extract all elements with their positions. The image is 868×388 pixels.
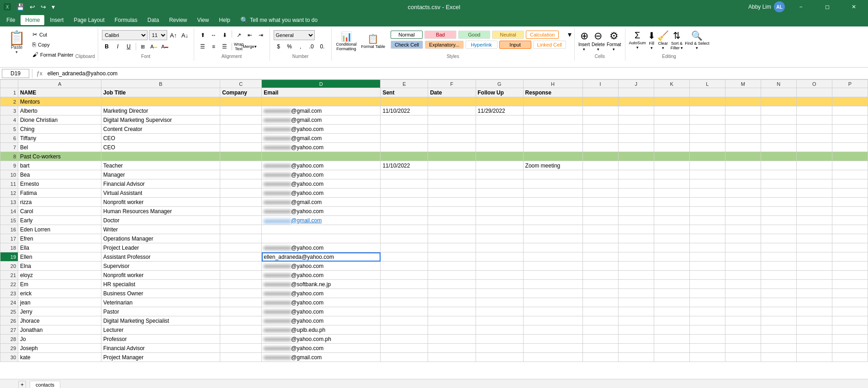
cell-K23[interactable] bbox=[654, 289, 689, 298]
cell-N18[interactable] bbox=[761, 243, 796, 252]
cell-J3[interactable] bbox=[618, 106, 654, 115]
cell-O5[interactable] bbox=[796, 125, 832, 134]
cell-L8[interactable] bbox=[689, 152, 725, 161]
find-select-button[interactable]: 🔍 Find & Select ▾ bbox=[685, 30, 709, 50]
cell-I16[interactable] bbox=[582, 225, 618, 234]
cell-A13[interactable]: rizza bbox=[18, 198, 101, 207]
cell-F29[interactable] bbox=[428, 344, 476, 353]
row-header-23[interactable]: 23 bbox=[0, 289, 18, 298]
cell-I13[interactable] bbox=[582, 198, 618, 207]
cell-J19[interactable] bbox=[618, 252, 654, 262]
cell-L29[interactable] bbox=[689, 344, 725, 353]
align-bottom-button[interactable]: ⬇ bbox=[220, 30, 230, 40]
cell-D9[interactable]: xxxxxxxxxx@yahoo.com bbox=[262, 161, 381, 170]
cell-P19[interactable] bbox=[832, 252, 868, 262]
cell-N11[interactable] bbox=[761, 179, 796, 189]
menu-formulas[interactable]: Formulas bbox=[110, 15, 142, 25]
row-header-29[interactable]: 29 bbox=[0, 344, 18, 353]
cell-O4[interactable] bbox=[796, 115, 832, 125]
cell-J23[interactable] bbox=[618, 289, 654, 298]
cell-K15[interactable] bbox=[654, 216, 689, 225]
menu-insert[interactable]: Insert bbox=[45, 15, 68, 25]
cell-E29[interactable] bbox=[381, 344, 428, 353]
cell-J24[interactable] bbox=[618, 298, 654, 307]
cell-B23[interactable]: Business Owner bbox=[101, 289, 220, 298]
cell-L3[interactable] bbox=[689, 106, 725, 115]
cell-E5[interactable] bbox=[381, 125, 428, 134]
cell-C24[interactable] bbox=[220, 298, 262, 307]
cell-M14[interactable] bbox=[725, 207, 761, 216]
cell-G11[interactable] bbox=[476, 179, 523, 189]
cell-J12[interactable] bbox=[618, 189, 654, 198]
cell-I11[interactable] bbox=[582, 179, 618, 189]
cell-D19[interactable]: ellen_adraneda@yahoo.com bbox=[262, 252, 381, 262]
cell-G29[interactable] bbox=[476, 344, 523, 353]
cell-K17[interactable] bbox=[654, 234, 689, 243]
cell-O16[interactable] bbox=[796, 225, 832, 234]
cell-F1[interactable]: Date bbox=[428, 88, 476, 97]
cell-P1[interactable] bbox=[832, 88, 868, 97]
cell-E1[interactable]: Sent bbox=[381, 88, 428, 97]
cell-O30[interactable] bbox=[796, 353, 832, 362]
cell-D13[interactable]: xxxxxxxxxx@gmail.com bbox=[262, 198, 381, 207]
cell-E13[interactable] bbox=[381, 198, 428, 207]
font-size-select[interactable]: 11 bbox=[149, 30, 167, 40]
cell-F5[interactable] bbox=[428, 125, 476, 134]
cell-D1[interactable]: Email bbox=[262, 88, 381, 97]
cell-C10[interactable] bbox=[220, 170, 262, 179]
cell-A6[interactable]: Tiffany bbox=[18, 134, 101, 143]
cell-G5[interactable] bbox=[476, 125, 523, 134]
cell-J2[interactable] bbox=[618, 97, 654, 106]
cell-M16[interactable] bbox=[725, 225, 761, 234]
cell-O2[interactable] bbox=[796, 97, 832, 106]
cell-E30[interactable] bbox=[381, 353, 428, 362]
col-header-M[interactable]: M bbox=[725, 80, 761, 88]
cell-D24[interactable]: xxxxxxxxxx@yahoo.com bbox=[262, 298, 381, 307]
cell-A14[interactable]: Carol bbox=[18, 207, 101, 216]
cell-H4[interactable] bbox=[523, 115, 582, 125]
styles-expand-button[interactable]: ▾ bbox=[568, 30, 572, 39]
cell-N25[interactable] bbox=[761, 307, 796, 316]
close-button[interactable]: ✕ bbox=[843, 0, 864, 14]
row-header-4[interactable]: 4 bbox=[0, 115, 18, 125]
cell-H17[interactable] bbox=[523, 234, 582, 243]
cell-J1[interactable] bbox=[618, 88, 654, 97]
cell-H19[interactable] bbox=[523, 252, 582, 262]
cell-E25[interactable] bbox=[381, 307, 428, 316]
cell-J18[interactable] bbox=[618, 243, 654, 252]
cell-E12[interactable] bbox=[381, 189, 428, 198]
col-header-L[interactable]: L bbox=[689, 80, 725, 88]
cell-D8[interactable] bbox=[262, 152, 381, 161]
cell-N17[interactable] bbox=[761, 234, 796, 243]
cell-D17[interactable] bbox=[262, 234, 381, 243]
cell-O10[interactable] bbox=[796, 170, 832, 179]
cell-F25[interactable] bbox=[428, 307, 476, 316]
cell-I3[interactable] bbox=[582, 106, 618, 115]
cell-B30[interactable]: Project Manager bbox=[101, 353, 220, 362]
row-header-18[interactable]: 18 bbox=[0, 243, 18, 252]
cell-O17[interactable] bbox=[796, 234, 832, 243]
cell-L22[interactable] bbox=[689, 280, 725, 289]
style-calculation[interactable]: Calculation bbox=[526, 31, 559, 39]
cell-M17[interactable] bbox=[725, 234, 761, 243]
cell-B1[interactable]: Job Title bbox=[101, 88, 220, 97]
cell-N1[interactable] bbox=[761, 88, 796, 97]
cell-M13[interactable] bbox=[725, 198, 761, 207]
cell-P28[interactable] bbox=[832, 335, 868, 344]
cell-A8[interactable]: Past Co-workers bbox=[18, 152, 101, 161]
col-header-F[interactable]: F bbox=[428, 80, 476, 88]
cell-H18[interactable] bbox=[523, 243, 582, 252]
cell-F30[interactable] bbox=[428, 353, 476, 362]
cell-D22[interactable]: xxxxxxxxxx@softbank.ne.jp bbox=[262, 280, 381, 289]
cell-L2[interactable] bbox=[689, 97, 725, 106]
cell-L17[interactable] bbox=[689, 234, 725, 243]
cell-H14[interactable] bbox=[523, 207, 582, 216]
border-button[interactable]: ⊞ bbox=[138, 42, 148, 52]
cell-P3[interactable] bbox=[832, 106, 868, 115]
cell-I17[interactable] bbox=[582, 234, 618, 243]
restore-button[interactable]: ◻ bbox=[817, 0, 838, 14]
cell-A3[interactable]: Alberto bbox=[18, 106, 101, 115]
row-header-27[interactable]: 27 bbox=[0, 325, 18, 335]
cell-J30[interactable] bbox=[618, 353, 654, 362]
cell-L21[interactable] bbox=[689, 271, 725, 280]
